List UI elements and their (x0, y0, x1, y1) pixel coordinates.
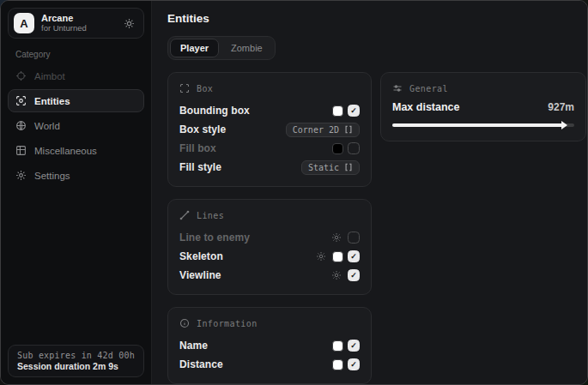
sidebar-item-aimbot[interactable]: Aimbot (8, 64, 144, 87)
setting-label: Fill style (179, 161, 221, 173)
lines-card: Lines Line to enemy (167, 199, 372, 295)
viewline-checkbox[interactable] (348, 269, 360, 281)
entity-type-tabs: Player Zombie (167, 36, 276, 60)
setting-row-box-style: Box style Corner 2D (179, 120, 360, 139)
main-panel: Entities Player Zombie Box (152, 1, 588, 384)
tab-zombie[interactable]: Zombie (221, 39, 273, 57)
card-title: Lines (197, 211, 224, 220)
setting-label: Line to enemy (179, 232, 250, 244)
session-duration-text: Session duration 2m 9s (17, 361, 135, 371)
color-swatch[interactable] (332, 143, 343, 154)
brand-card: A Arcane for Unturned (8, 8, 144, 39)
setting-row-name: Name (179, 336, 360, 355)
subscription-card: Sub expires in 42d 00h Session duration … (8, 345, 144, 377)
setting-row-viewline: Viewline (179, 266, 360, 285)
information-card: Information Name Distance (167, 307, 372, 384)
card-title: General (409, 84, 448, 93)
max-distance-slider[interactable] (392, 121, 574, 129)
setting-row-fill-box: Fill box (179, 139, 360, 158)
sidebar: A Arcane for Unturned Category A (1, 1, 152, 384)
color-swatch[interactable] (332, 359, 343, 370)
setting-label: Bounding box (179, 105, 250, 117)
cycle-brackets-icon (344, 163, 353, 171)
setting-label: Distance (179, 358, 223, 370)
sidebar-item-settings[interactable]: Settings (8, 164, 144, 187)
lines-card-header: Lines (179, 210, 360, 220)
color-swatch[interactable] (332, 340, 343, 352)
fill-style-select[interactable]: Static (301, 160, 360, 175)
sidebar-item-miscellaneous[interactable]: Miscellaneous (8, 139, 144, 162)
setting-row-bounding-box: Bounding box (179, 101, 360, 120)
sidebar-item-label: Aimbot (34, 71, 65, 81)
max-distance-row: Max distance 927m (392, 101, 574, 113)
gear-icon (15, 170, 27, 181)
row-settings-gear-icon[interactable] (331, 232, 342, 243)
page-title: Entities (167, 12, 586, 25)
row-settings-gear-icon[interactable] (316, 251, 326, 262)
grid-icon (15, 145, 27, 156)
setting-label: Skeleton (179, 250, 223, 262)
setting-row-skeleton: Skeleton (179, 247, 360, 266)
max-distance-value: 927m (548, 101, 574, 113)
slider-fill (392, 123, 563, 127)
info-icon (179, 318, 190, 328)
sidebar-item-label: Miscellaneous (34, 146, 97, 156)
box-style-select[interactable]: Corner 2D (286, 123, 360, 137)
bounding-box-checkbox[interactable] (348, 105, 360, 117)
setting-row-line-to-enemy: Line to enemy (179, 228, 360, 247)
box-card: Box Bounding box Box style Corner 2D (167, 72, 372, 187)
color-swatch[interactable] (332, 251, 343, 262)
settings-content: Box Bounding box Box style Corner 2D (167, 72, 586, 384)
card-title: Box (197, 84, 213, 93)
sub-expiry-text: Sub expires in 42d 00h (17, 351, 135, 360)
box-card-header: Box (179, 83, 360, 93)
select-value: Static (308, 163, 339, 172)
sidebar-item-entities[interactable]: Entities (8, 89, 144, 112)
scan-brackets-icon (179, 83, 190, 93)
sliders-icon (392, 83, 403, 93)
setting-label: Name (179, 340, 208, 352)
slider-track[interactable] (392, 123, 574, 127)
fill-box-checkbox[interactable] (348, 142, 360, 154)
line-to-enemy-checkbox[interactable] (348, 232, 360, 244)
tab-player[interactable]: Player (170, 39, 219, 57)
setting-label: Max distance (392, 101, 460, 113)
setting-label: Viewline (179, 269, 221, 281)
slider-thumb[interactable] (561, 121, 567, 129)
sidebar-item-label: Entities (34, 96, 70, 106)
general-card-header: General (392, 83, 574, 93)
skeleton-checkbox[interactable] (348, 250, 360, 262)
name-checkbox[interactable] (348, 340, 360, 352)
setting-label: Box style (179, 123, 226, 135)
app-subtitle: for Unturned (41, 24, 87, 33)
category-label: Category (15, 50, 151, 59)
row-settings-gear-icon[interactable] (331, 270, 342, 280)
diagonal-line-icon (179, 210, 190, 220)
sidebar-nav: Aimbot Entities World (1, 64, 151, 187)
gear-icon[interactable] (124, 18, 135, 29)
entity-scan-icon (15, 95, 27, 106)
general-card: General Max distance 927m (380, 72, 586, 141)
app-window: A Arcane for Unturned Category A (0, 0, 588, 385)
brand-text: Arcane for Unturned (41, 13, 87, 33)
setting-row-distance: Distance (179, 355, 360, 374)
app-title: Arcane (41, 13, 87, 24)
color-swatch[interactable] (332, 105, 343, 117)
sidebar-item-world[interactable]: World (8, 114, 144, 137)
app-logo: A (14, 13, 34, 33)
distance-checkbox[interactable] (348, 358, 360, 370)
crosshair-icon (15, 70, 27, 81)
sidebar-item-label: Settings (34, 171, 70, 181)
setting-row-fill-style: Fill style Static (179, 158, 360, 177)
select-value: Corner 2D (293, 125, 339, 135)
information-card-header: Information (179, 318, 360, 328)
setting-label: Fill box (179, 142, 216, 154)
sidebar-item-label: World (34, 121, 60, 131)
globe-icon (15, 120, 27, 131)
cycle-brackets-icon (344, 125, 353, 134)
card-title: Information (197, 319, 258, 328)
